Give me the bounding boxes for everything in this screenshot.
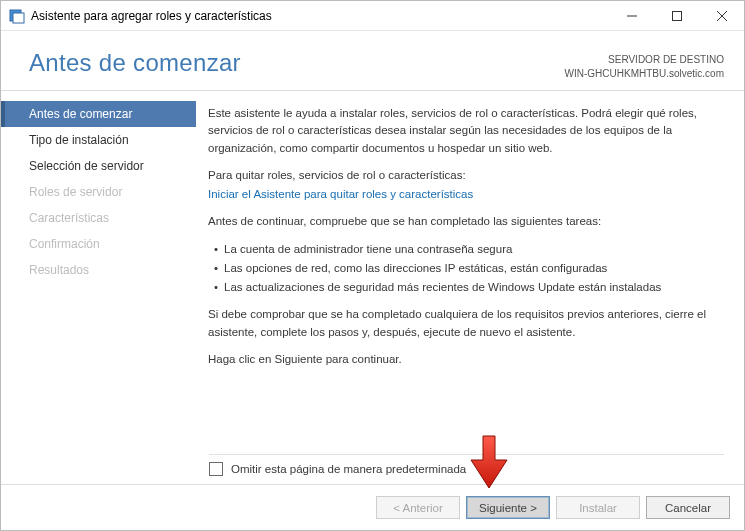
skip-page-checkbox[interactable] [209, 462, 223, 476]
step-before-you-begin[interactable]: Antes de comenzar [1, 101, 196, 127]
install-button: Instalar [556, 496, 640, 519]
destination-label: SERVIDOR DE DESTINO [565, 53, 724, 67]
step-results: Resultados [1, 257, 196, 283]
wizard-steps-sidebar: Antes de comenzar Tipo de instalación Se… [1, 91, 196, 482]
step-installation-type[interactable]: Tipo de instalación [1, 127, 196, 153]
window-controls [609, 1, 744, 30]
before-heading: Antes de continuar, compruebe que se han… [208, 213, 718, 230]
bullet-item: Las actualizaciones de seguridad más rec… [214, 279, 718, 296]
wizard-header: Antes de comenzar SERVIDOR DE DESTINO WI… [1, 31, 744, 91]
step-server-roles: Roles de servidor [1, 179, 196, 205]
bullet-item: Las opciones de red, como las direccione… [214, 260, 718, 277]
skip-page-label: Omitir esta página de manera predetermin… [231, 463, 466, 475]
proceed-text: Haga clic en Siguiente para continuar. [208, 351, 718, 368]
minimize-button[interactable] [609, 1, 654, 31]
app-icon [9, 8, 25, 24]
cancel-button[interactable]: Cancelar [646, 496, 730, 519]
skip-page-row: Omitir esta página de manera predetermin… [209, 462, 466, 476]
destination-value: WIN-GHCUHKMHTBU.solvetic.com [565, 67, 724, 81]
svg-rect-1 [13, 13, 24, 23]
wizard-content: Este asistente le ayuda a instalar roles… [196, 91, 744, 482]
step-server-selection[interactable]: Selección de servidor [1, 153, 196, 179]
prereq-bullets: La cuenta de administrador tiene una con… [214, 241, 718, 297]
close-button[interactable] [699, 1, 744, 31]
intro-text: Este asistente le ayuda a instalar roles… [208, 105, 718, 157]
bullet-item: La cuenta de administrador tiene una con… [214, 241, 718, 258]
previous-button: < Anterior [376, 496, 460, 519]
verify-text: Si debe comprobar que se ha completado c… [208, 306, 718, 341]
wizard-footer: < Anterior Siguiente > Instalar Cancelar [1, 484, 744, 530]
page-title: Antes de comenzar [29, 49, 241, 77]
window-title: Asistente para agregar roles y caracterí… [31, 9, 609, 23]
step-confirmation: Confirmación [1, 231, 196, 257]
content-divider [209, 454, 724, 455]
destination-info: SERVIDOR DE DESTINO WIN-GHCUHKMHTBU.solv… [565, 49, 724, 80]
remove-roles-link[interactable]: Iniciar el Asistente para quitar roles y… [208, 188, 473, 200]
svg-rect-3 [672, 12, 681, 21]
maximize-button[interactable] [654, 1, 699, 31]
next-button[interactable]: Siguiente > [466, 496, 550, 519]
step-features: Características [1, 205, 196, 231]
titlebar: Asistente para agregar roles y caracterí… [1, 1, 744, 31]
remove-heading: Para quitar roles, servicios de rol o ca… [208, 167, 718, 184]
